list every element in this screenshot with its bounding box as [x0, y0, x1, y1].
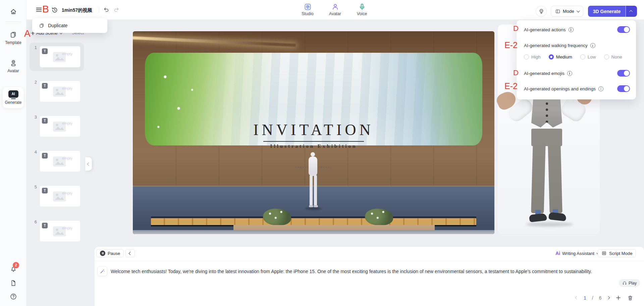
radio-label: Low	[588, 54, 596, 59]
scene-number: 2	[32, 80, 37, 85]
sidebar-item-notifications[interactable]: 2	[0, 265, 26, 273]
generate-ai-icon: AI	[8, 90, 18, 98]
scene-thumbnail-3[interactable]: T empty	[40, 116, 80, 137]
text-layer-badge: T	[42, 118, 48, 124]
sidebar-item-documents[interactable]	[0, 279, 26, 287]
pause-button[interactable]: Pause	[96, 249, 124, 257]
sidebar: Template Avatar AI Generate 2	[0, 0, 26, 306]
sidebar-item-home[interactable]	[0, 8, 26, 15]
setting-row-emojis: AI-generated emojis	[524, 70, 630, 77]
scene-number: 5	[32, 184, 37, 189]
radio-high[interactable]: High	[524, 54, 541, 59]
sidebar-item-help[interactable]	[0, 293, 26, 300]
delete-scene-trash-button[interactable]	[627, 295, 633, 301]
front-floor	[133, 230, 494, 234]
duplicate-icon	[39, 23, 45, 29]
page-next-button[interactable]	[607, 296, 610, 300]
writing-assistant-button[interactable]: Ai Writing Assistant	[555, 249, 599, 257]
collapse-script-button[interactable]	[125, 249, 135, 257]
title-underline	[263, 141, 364, 142]
scene-thumbnail-6[interactable]: T empty	[40, 220, 80, 242]
mode-label: Mode	[563, 9, 574, 14]
menu-button[interactable]	[35, 6, 43, 13]
scene-thumbnail-5[interactable]: T empty	[40, 185, 80, 207]
3d-generate-button[interactable]: 3D Generate	[588, 6, 626, 17]
walking-frequency-radio-group: High Medium Low None	[524, 54, 630, 59]
exhibition-subtitle: Illustration Exhibition	[133, 143, 494, 149]
avatar-shadow	[526, 222, 573, 227]
tab-avatar[interactable]: Avatar	[324, 3, 346, 16]
voice-mic-icon	[358, 3, 366, 11]
redo-button[interactable]	[113, 6, 120, 13]
chevron-up-icon	[629, 10, 633, 13]
text-layer-badge: T	[42, 83, 48, 89]
scene-number: 3	[32, 115, 37, 120]
add-scene-plus-button[interactable]	[615, 295, 622, 301]
stage-avatar[interactable]	[311, 152, 315, 157]
info-icon[interactable]	[567, 71, 572, 76]
scene-thumbnail-2[interactable]: T empty	[40, 81, 80, 102]
undo-button[interactable]	[103, 6, 110, 13]
ai-logo: Ai	[555, 251, 560, 256]
scene-empty-label: empty	[62, 52, 72, 56]
text-layer-badge: T	[42, 48, 48, 54]
radio-label: Medium	[556, 54, 572, 59]
sidebar-item-avatar[interactable]: Avatar	[0, 59, 26, 73]
avatar-vest	[531, 99, 562, 131]
generate-ai-icon-base	[11, 98, 16, 99]
info-icon[interactable]	[569, 27, 574, 32]
writing-assistant-label: Writing Assistant	[562, 251, 594, 256]
bench-rail	[151, 217, 476, 218]
mode-layout-icon	[555, 9, 560, 14]
scene-pagination: 1 / 6	[576, 295, 633, 301]
context-menu-item-duplicate[interactable]: Duplicate	[48, 23, 67, 28]
setting-label: AI-generated walking frequency	[524, 43, 588, 48]
annotation-d-actions: D	[513, 24, 519, 33]
topbar-divider	[99, 7, 99, 13]
radio-dot	[580, 54, 585, 59]
radio-none[interactable]: None	[604, 54, 622, 59]
info-icon[interactable]	[598, 86, 603, 91]
scene-thumbnail-4[interactable]: T empty	[40, 150, 80, 172]
sidebar-item-generate[interactable]: AI Generate	[3, 87, 24, 108]
template-icon	[9, 31, 17, 39]
page-prev-button[interactable]	[575, 296, 579, 300]
radio-low[interactable]: Low	[580, 54, 596, 59]
annotation-d-emojis: D	[513, 69, 519, 77]
scene-number: 6	[32, 219, 37, 224]
hamburger-icon	[35, 6, 43, 13]
ai-openings-toggle[interactable]	[617, 85, 630, 92]
scene-thumbnail-1[interactable]: T empty	[40, 46, 80, 68]
scene-panel-collapse-handle[interactable]	[85, 157, 92, 171]
mode-button[interactable]: Mode	[551, 6, 583, 17]
tab-label: Voice	[351, 11, 373, 16]
redo-icon	[113, 6, 120, 13]
history-button[interactable]	[51, 6, 58, 14]
history-icon	[51, 6, 58, 14]
wood-bench	[151, 218, 476, 225]
toggle-knob	[624, 71, 629, 76]
scene-number: 1	[32, 45, 37, 50]
magic-wand-button[interactable]	[97, 266, 107, 276]
document-title[interactable]: 1min57的视频	[62, 7, 92, 13]
sidebar-item-template[interactable]: Template	[0, 31, 26, 45]
home-icon	[10, 8, 17, 15]
tab-voice[interactable]: Voice	[351, 3, 373, 16]
play-button[interactable]: Play	[619, 279, 640, 287]
tips-button[interactable]	[536, 6, 547, 17]
play-label: Play	[629, 281, 637, 286]
ai-actions-toggle[interactable]	[617, 26, 630, 33]
generate-options-button[interactable]	[626, 6, 637, 17]
scene-empty-label: empty	[62, 191, 72, 195]
generate-label: 3D Generate	[593, 9, 621, 14]
avatar-left-leg	[531, 143, 545, 214]
script-text[interactable]: Welcome tech enthusiasts! Today, we're d…	[111, 268, 636, 275]
script-mode-button[interactable]: Script Mode	[598, 249, 636, 257]
tab-label: Studio	[297, 11, 318, 16]
info-icon[interactable]	[590, 43, 595, 48]
ai-emojis-toggle[interactable]	[617, 70, 630, 77]
sidebar-item-label: Template	[0, 40, 26, 45]
headphones-icon	[622, 281, 627, 286]
radio-medium[interactable]: Medium	[549, 54, 572, 59]
tab-studio[interactable]: Studio	[297, 3, 318, 16]
